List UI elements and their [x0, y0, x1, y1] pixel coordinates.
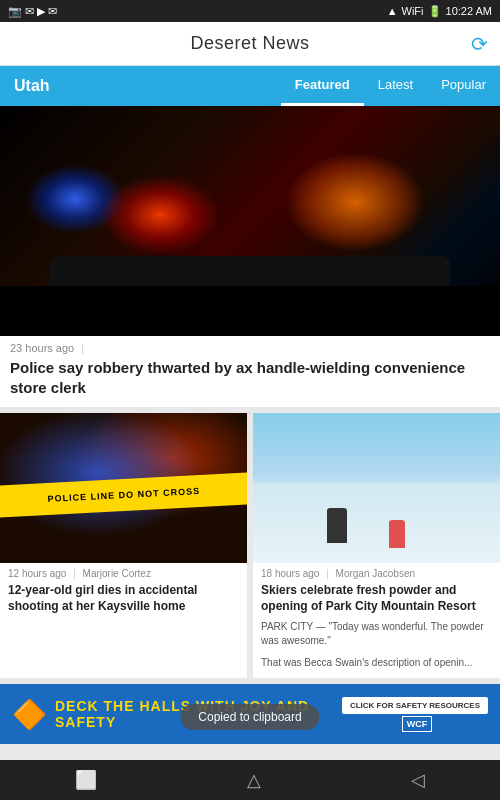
ad-cta-label: CLICK FOR SAFETY RESOURCES [350, 701, 480, 710]
article3-meta: 18 hours ago | Morgan Jacobsen [253, 563, 500, 581]
ad-cta-button[interactable]: CLICK FOR SAFETY RESOURCES [342, 697, 488, 714]
tab-popular[interactable]: Popular [427, 66, 500, 106]
tab-bar: Featured Latest Popular [281, 66, 500, 106]
article-police-line[interactable]: POLICE LINE DO NOT CROSS 12 hours ago | … [0, 413, 247, 678]
battery-icon: 🔋 [428, 5, 442, 18]
tab-latest[interactable]: Latest [364, 66, 427, 106]
skier1 [327, 508, 347, 543]
bottom-nav: ⬜ △ ◁ [0, 760, 500, 800]
article2-meta: 12 hours ago | Marjorie Cortez [0, 563, 247, 581]
police-lights-bg [0, 106, 500, 336]
article-ski[interactable]: 18 hours ago | Morgan Jacobsen Skiers ce… [253, 413, 500, 678]
article3-excerpt2: That was Becca Swain's description of op… [253, 656, 500, 678]
two-col-row: POLICE LINE DO NOT CROSS 12 hours ago | … [0, 413, 500, 678]
police-line-bg: POLICE LINE DO NOT CROSS [0, 413, 247, 563]
clipboard-toast: Copied to clipboard [180, 704, 319, 730]
featured-article-time: 23 hours ago [10, 342, 74, 354]
section-header: Utah Featured Latest Popular [0, 66, 500, 106]
article3-headline: Skiers celebrate fresh powder and openin… [253, 581, 500, 620]
ski-mountain [253, 483, 500, 563]
featured-article-meta: 23 hours ago | [0, 336, 500, 356]
section-title: Utah [0, 77, 281, 95]
meta-divider-2: | [73, 568, 78, 579]
ski-image [253, 413, 500, 563]
cone-icon: 🔶 [12, 698, 47, 731]
wifi-icon: WiFi [402, 5, 424, 17]
light-orange [285, 152, 425, 252]
featured-article[interactable]: 23 hours ago | Police say robbery thwart… [0, 106, 500, 407]
article2-headline: 12-year-old girl dies in accidental shoo… [0, 581, 247, 620]
featured-article-image [0, 106, 500, 336]
status-icons-left: 📷 ✉ ▶ ✉ [8, 5, 57, 18]
tab-featured[interactable]: Featured [281, 66, 364, 106]
app-bar: Deseret News ⟳ [0, 22, 500, 66]
nav-recent-button[interactable]: ⬜ [55, 763, 117, 797]
signal-icon: ▲ [387, 5, 398, 17]
notification-icons: 📷 ✉ ▶ ✉ [8, 5, 57, 18]
app-title: Deseret News [190, 33, 309, 54]
meta-divider: | [81, 342, 84, 354]
tape-text: POLICE LINE DO NOT CROSS [47, 486, 200, 504]
article3-time: 18 hours ago [261, 568, 319, 579]
ski-bg [253, 413, 500, 563]
nav-back-button[interactable]: ◁ [391, 763, 445, 797]
car-silhouette [0, 286, 500, 336]
wcf-logo: WCF [402, 716, 433, 732]
skier2 [389, 520, 405, 548]
article3-excerpt: PARK CITY — "Today was wonderful. The po… [253, 620, 500, 656]
content-area: 23 hours ago | Police say robbery thwart… [0, 106, 500, 760]
article2-author: Marjorie Cortez [83, 568, 151, 579]
article2-time: 12 hours ago [8, 568, 66, 579]
article3-author: Morgan Jacobsen [336, 568, 416, 579]
meta-divider-3: | [326, 568, 331, 579]
time-display: 10:22 AM [446, 5, 492, 17]
light-red [100, 175, 220, 255]
toast-text: Copied to clipboard [198, 710, 301, 724]
nav-home-button[interactable]: △ [227, 763, 281, 797]
featured-article-headline: Police say robbery thwarted by ax handle… [0, 356, 500, 407]
status-icons-right: ▲ WiFi 🔋 10:22 AM [387, 5, 492, 18]
refresh-button[interactable]: ⟳ [471, 32, 488, 56]
status-bar: 📷 ✉ ▶ ✉ ▲ WiFi 🔋 10:22 AM [0, 0, 500, 22]
police-line-image: POLICE LINE DO NOT CROSS [0, 413, 247, 563]
